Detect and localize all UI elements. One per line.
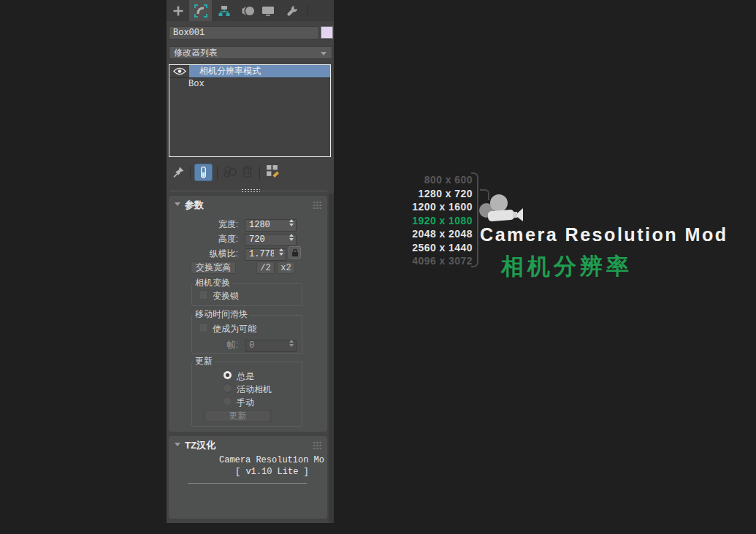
- swap-wh-button[interactable]: 交换宽高: [191, 262, 236, 274]
- tab-modify[interactable]: [189, 0, 212, 21]
- remove-modifier-button[interactable]: [240, 164, 253, 178]
- rollout-collapse-arrow-icon[interactable]: [175, 202, 180, 206]
- tab-separator: [308, 4, 308, 16]
- motion-icon: [241, 5, 255, 17]
- pin-stack-button[interactable]: [171, 165, 186, 178]
- frame-label: 帧:: [198, 339, 238, 351]
- tab-utilities[interactable]: [280, 0, 304, 21]
- make-unique-icon: [222, 165, 237, 178]
- display-icon: [261, 6, 275, 16]
- tool-separator: [259, 167, 260, 179]
- pin-icon: [172, 166, 185, 178]
- update-button[interactable]: 更新: [205, 410, 271, 422]
- credit-line-1: Camera Resolution Mo: [219, 455, 324, 465]
- credit-divider: [188, 483, 307, 484]
- command-panel: 修改器列表 相机分辨率模式 Box: [167, 0, 334, 523]
- spinner-arrows-icon[interactable]: [288, 219, 294, 226]
- update-option-label: 手动: [237, 397, 254, 409]
- width-spinner[interactable]: [245, 217, 297, 229]
- update-group-title: 更新: [193, 356, 215, 366]
- resolution-item: 4096 x 3072: [400, 254, 473, 268]
- frame-spinner[interactable]: [245, 337, 297, 350]
- aspect-lock-button[interactable]: [289, 246, 301, 259]
- update-option-label: 活动相机: [237, 384, 272, 396]
- tab-hierarchy[interactable]: [213, 0, 236, 21]
- test-tube-icon: [199, 166, 208, 179]
- resolution-item: 2560 x 1440: [400, 241, 473, 255]
- camera-transform-group-title: 相机变换: [193, 278, 232, 288]
- configure-modifier-sets-button[interactable]: [265, 164, 280, 178]
- aspect-spinner[interactable]: [245, 246, 286, 259]
- tz-rollout: TZ汉化 Camera Resolution Mo [ v1.10 Lite ]: [169, 436, 327, 519]
- resolution-item: 1280 x 720: [400, 187, 473, 201]
- double-button[interactable]: x2: [277, 262, 295, 274]
- resolution-list: 800 x 600 1280 x 720 1200 x 1600 1920 x …: [400, 173, 473, 268]
- panel-scrollbar[interactable]: [329, 194, 334, 523]
- object-name-input[interactable]: [169, 26, 319, 39]
- wrench-icon: [286, 5, 298, 17]
- show-end-result-button[interactable]: [194, 164, 213, 181]
- promo-title: Camera Resolution Mod: [480, 224, 728, 246]
- rollout-title[interactable]: TZ汉化: [185, 439, 215, 452]
- promo-subtitle: 相机分辨率: [501, 251, 633, 282]
- spinner-arrows-icon[interactable]: [278, 248, 284, 256]
- rollout-grip-icon[interactable]: [313, 441, 322, 449]
- height-spinner[interactable]: [245, 232, 297, 244]
- credit-line-2: [ v1.10 Lite ]: [235, 467, 309, 477]
- make-possible-checkbox[interactable]: [199, 323, 208, 332]
- update-option-label: 总是: [237, 370, 254, 383]
- plus-icon: [172, 5, 184, 17]
- eye-icon[interactable]: [169, 65, 189, 77]
- movie-camera-icon: [477, 192, 525, 224]
- transform-lock-label: 变换锁: [213, 290, 239, 302]
- rollout-grip-icon[interactable]: [313, 201, 322, 209]
- rollout-title[interactable]: 参数: [185, 199, 204, 212]
- viewport-background: 修改器列表 相机分辨率模式 Box: [0, 0, 756, 534]
- modify-icon: [194, 4, 207, 18]
- tab-display[interactable]: [256, 0, 280, 21]
- stack-row-modifier[interactable]: 相机分辨率模式: [169, 65, 330, 78]
- transform-lock-checkbox[interactable]: [199, 290, 208, 300]
- half-button[interactable]: /2: [256, 262, 275, 274]
- update-radio[interactable]: [223, 384, 232, 393]
- trash-icon: [242, 165, 253, 178]
- modifier-stack: 相机分辨率模式 Box: [169, 64, 331, 157]
- rollout-collapse-arrow-icon[interactable]: [175, 443, 180, 446]
- height-label: 高度:: [188, 233, 238, 245]
- params-rollout: 参数 宽度: 高度: 纵横比:: [169, 196, 327, 432]
- lock-icon: [291, 248, 299, 257]
- width-label: 宽度:: [188, 218, 238, 231]
- modifier-list-label: 修改器列表: [174, 47, 218, 58]
- configure-sets-icon: [266, 164, 280, 178]
- resolution-item: 1920 x 1080: [400, 214, 473, 228]
- aspect-label: 纵横比:: [176, 248, 238, 260]
- object-color-swatch[interactable]: [321, 26, 333, 39]
- splitter-grip[interactable]: [241, 188, 260, 194]
- resolution-item: 800 x 600: [400, 173, 473, 187]
- spinner-arrows-icon[interactable]: [288, 340, 294, 347]
- update-radio[interactable]: [223, 397, 232, 406]
- panel-tab-bar: [167, 0, 334, 21]
- modifier-list-dropdown[interactable]: 修改器列表: [169, 46, 332, 59]
- resolution-item: 1200 x 1600: [400, 200, 473, 214]
- chevron-down-icon: [321, 52, 327, 56]
- tool-separator: [217, 167, 218, 179]
- update-radio[interactable]: [223, 370, 232, 380]
- stack-row-base-object[interactable]: Box: [169, 78, 330, 91]
- stack-row-label: 相机分辨率模式: [189, 65, 330, 77]
- resolution-item: 2048 x 2048: [400, 227, 473, 241]
- hierarchy-icon: [218, 5, 231, 17]
- make-possible-label: 使成为可能: [213, 323, 256, 335]
- spinner-arrows-icon[interactable]: [288, 234, 294, 241]
- tool-separator: [190, 167, 191, 179]
- make-unique-button[interactable]: [221, 165, 238, 178]
- time-slider-group-title: 移动时间滑块: [193, 310, 250, 319]
- tab-create[interactable]: [167, 0, 188, 21]
